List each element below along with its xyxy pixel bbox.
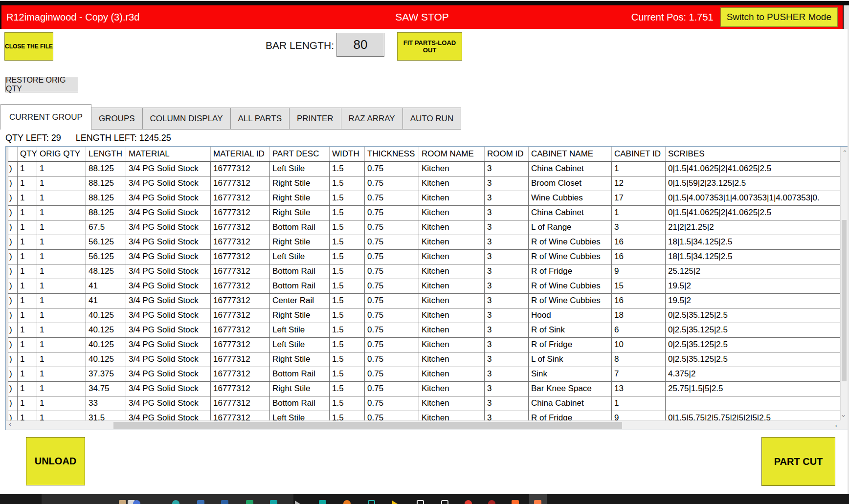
table-cell[interactable]: Kitchen [419,308,485,323]
table-cell[interactable]: 0.75 [365,308,419,323]
table-cell[interactable]: 1.5 [330,206,365,220]
restore-orig-qty-button[interactable]: RESTORE ORIG QTY [5,77,78,92]
table-cell[interactable]: 0|1.5|4.007353|1|4.007353|1|4.007353|0. [666,191,840,205]
table-cell[interactable]: 0|1.5|41.0625|2|41.0625|2.5 [666,162,840,176]
red-circle-icon[interactable] [465,500,472,504]
table-cell[interactable]: 3/4 PG Solid Stock [126,250,211,264]
table-row[interactable]: )1188.1253/4 PG Solid Stock16777312Left … [6,162,840,176]
orange-circle-icon[interactable] [343,500,351,504]
table-cell[interactable]: 13 [612,382,666,396]
maroon-circle-icon[interactable] [488,500,495,504]
table-cell[interactable]: 1.5 [330,235,365,249]
orange-m-icon[interactable] [512,500,519,504]
table-cell[interactable]: 1 [37,162,86,176]
table-cell[interactable]: Right Stile [270,206,330,220]
table-cell[interactable]: 3 [485,323,529,337]
tab-raz-array[interactable]: RAZ ARRAY [341,108,403,130]
table-cell[interactable]: 16777312 [211,338,270,352]
column-header-width[interactable]: WIDTH [330,147,365,161]
column-header-material-id[interactable]: MATERIAL ID [211,147,270,161]
table-cell[interactable]: 1.5 [330,308,365,323]
table-cell[interactable]: 0.75 [365,250,419,264]
tab-printer[interactable]: PRINTER [289,108,341,130]
column-header-room-id[interactable]: ROOM ID [485,147,529,161]
table-cell[interactable]: Kitchen [419,162,485,176]
table-cell[interactable]: 1 [37,396,86,411]
table-cell[interactable]: Broom Closet [529,176,612,191]
table-cell[interactable]: 3 [612,220,666,235]
table-cell[interactable]: 4.375|2 [666,367,840,381]
table-cell[interactable]: L of Range [529,220,612,235]
table-cell[interactable]: 1 [18,411,37,420]
table-cell[interactable]: China Cabinet [529,396,612,411]
tab-column-display[interactable]: COLUMN DISPLAY [142,108,231,130]
table-cell[interactable]: 3/4 PG Solid Stock [126,220,211,235]
switch-pusher-mode-button[interactable]: Switch to PUSHER Mode [720,7,838,27]
column-header-orig-qty[interactable]: ORIG QTY [37,147,86,161]
blue-app2-icon[interactable] [221,500,228,504]
table-cell[interactable]: Hood [529,308,612,323]
table-cell[interactable]: 16777312 [211,308,270,323]
table-cell[interactable]: 1.5 [330,191,365,205]
table-cell[interactable]: 1.5 [330,323,365,337]
table-cell[interactable]: 40.125 [86,338,126,352]
lightning-icon[interactable] [392,501,398,504]
table-cell[interactable]: 3 [485,382,529,396]
table-cell[interactable] [666,396,840,411]
table-cell[interactable]: Kitchen [419,206,485,220]
table-cell[interactable]: Kitchen [419,338,485,352]
column-header-qty[interactable]: QTY [18,147,37,161]
table-cell[interactable]: 3/4 PG Solid Stock [126,352,211,367]
table-cell[interactable]: 41 [86,279,126,293]
table-cell[interactable]: 31.5 [86,411,126,420]
table-cell[interactable]: ) [9,352,18,367]
table-cell[interactable]: 1 [18,308,37,323]
horizontal-scroll-thumb[interactable] [113,422,622,429]
table-cell[interactable]: 19.5|2 [666,279,840,293]
scroll-down-icon[interactable]: › [840,413,848,419]
table-cell[interactable]: ) [9,411,18,420]
table-cell[interactable]: 0.75 [365,352,419,367]
column-header-cabinet-id[interactable]: CABINET ID [612,147,666,161]
table-cell[interactable]: R of Wine Cubbies [529,279,612,293]
column-header-room-name[interactable]: ROOM NAME [419,147,485,161]
white-outline-icon[interactable] [441,500,448,504]
table-cell[interactable]: Kitchen [419,411,485,420]
table-cell[interactable]: 16777312 [211,206,270,220]
table-cell[interactable]: 1.5 [330,250,365,264]
table-cell[interactable]: ) [9,308,18,323]
table-cell[interactable]: 1.5 [330,294,365,308]
table-cell[interactable]: R of Fridge [529,338,612,352]
table-cell[interactable]: 7 [612,367,666,381]
table-row[interactable]: )1140.1253/4 PG Solid Stock16777312Right… [6,308,840,323]
table-cell[interactable]: 16777312 [211,411,270,420]
table-cell[interactable]: 56.125 [86,250,126,264]
table-cell[interactable]: 10 [612,338,666,352]
table-cell[interactable]: Left Stile [270,411,330,420]
table-cell[interactable]: 1 [18,235,37,249]
column-header-cabinet-name[interactable]: CABINET NAME [529,147,612,161]
table-cell[interactable]: 3/4 PG Solid Stock [126,323,211,337]
table-cell[interactable]: 3/4 PG Solid Stock [126,235,211,249]
scroll-up-icon[interactable]: › [840,148,848,154]
table-cell[interactable]: 1.5 [330,352,365,367]
table-cell[interactable]: 33 [86,396,126,411]
table-cell[interactable]: 0|2.5|35.125|2.5 [666,352,840,367]
table-cell[interactable]: 3 [485,264,529,279]
table-cell[interactable]: 1 [37,279,86,293]
table-cell[interactable]: Bottom Rail [270,220,330,235]
table-cell[interactable]: R of Fridge [529,411,612,420]
table-cell[interactable]: 1.5 [330,176,365,191]
table-cell[interactable]: ) [9,382,18,396]
part-cut-button[interactable]: PART CUT [761,437,835,486]
table-cell[interactable]: 3 [485,162,529,176]
table-cell[interactable]: 1.5 [330,382,365,396]
table-cell[interactable]: 1 [37,220,86,235]
table-cell[interactable]: Right Stile [270,382,330,396]
table-cell[interactable]: 9 [612,264,666,279]
table-cell[interactable]: 16777312 [211,220,270,235]
table-cell[interactable]: Kitchen [419,191,485,205]
table-cell[interactable]: 1 [18,206,37,220]
table-row[interactable]: )1140.1253/4 PG Solid Stock16777312Left … [6,338,840,352]
table-cell[interactable]: ) [9,396,18,411]
